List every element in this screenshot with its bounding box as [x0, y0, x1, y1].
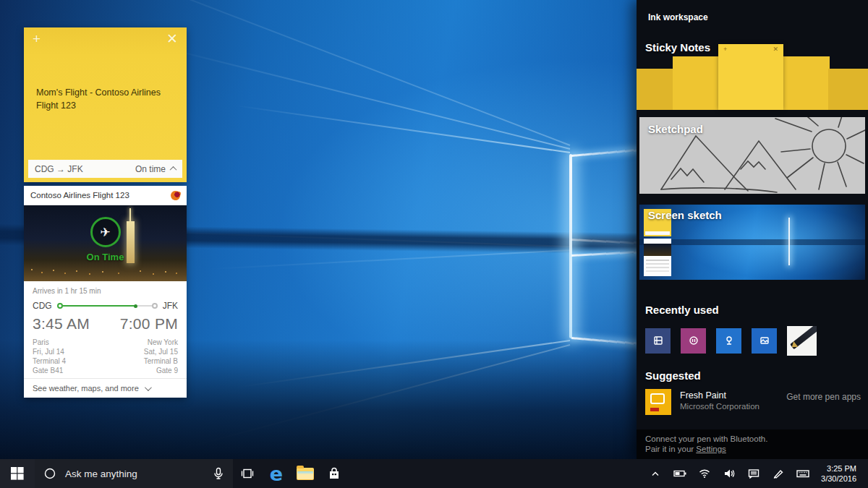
- file-explorer-button[interactable]: [291, 459, 320, 488]
- sticky-note-thumb: [673, 56, 720, 110]
- task-view-button[interactable]: [233, 459, 262, 488]
- clock-date: 3/30/2016: [821, 474, 856, 484]
- battery-icon[interactable]: [671, 459, 689, 488]
- paint-tag-icon: [650, 408, 659, 411]
- suggested-app-info[interactable]: Fresh Paint Microsoft Corporation: [680, 389, 760, 411]
- progress-complete: [63, 305, 135, 307]
- canvas-icon: [650, 393, 665, 404]
- flight-details: Arrives in 1 hr 15 min CDG JFK 3:45 AM 7…: [24, 281, 187, 375]
- origin-code: CDG: [33, 301, 52, 311]
- touch-keyboard-icon[interactable]: [793, 459, 812, 488]
- flight-times: 3:45 AM 7:00 PM: [33, 315, 178, 333]
- folder-icon: [297, 468, 314, 480]
- add-note-icon[interactable]: +: [33, 32, 41, 46]
- taskbar-clock[interactable]: 3:25 PM 3/30/2016: [818, 463, 862, 484]
- sticky-note-thumb: [828, 69, 868, 110]
- status-text: On time: [135, 164, 166, 174]
- arrival-countdown: Arrives in 1 hr 15 min: [33, 287, 178, 295]
- origin-terminal: Terminal 4: [33, 356, 66, 366]
- screen: + ✕ Mom's Flight - Contoso Airlines Flig…: [0, 0, 868, 488]
- store-button[interactable]: [320, 459, 349, 488]
- sticky-note-thumb: [637, 69, 674, 110]
- recently-used-tiles: [645, 325, 817, 356]
- plane-icon: ✈: [90, 217, 121, 247]
- flight-info-card[interactable]: Contoso Airlines Flight 123 ✈ On Time Ar…: [24, 186, 187, 398]
- recently-used-label: Recently used: [645, 304, 719, 316]
- pairing-prefix: Pair it in your: [645, 445, 696, 453]
- pairing-text-line2: Pair it in your Settings: [645, 444, 859, 454]
- sticky-note-flight-bar[interactable]: CDG → JFK On time: [28, 160, 182, 178]
- ink-workspace-panel: Ink workspace Sticky Notes + ✕: [637, 0, 868, 459]
- close-note-icon[interactable]: ✕: [166, 32, 178, 46]
- screen-sketch-section-label: Screen sketch: [648, 209, 722, 221]
- sticky-note-toolbar: + ✕: [24, 27, 187, 49]
- sticky-note-thumb-active: + ✕: [718, 44, 783, 110]
- fresh-paint-icon[interactable]: [645, 389, 671, 415]
- mini-close-icon: ✕: [773, 46, 778, 53]
- airport-info: Paris New York Fri, Jul 14 Sat, Jul 15 T…: [33, 338, 178, 375]
- sticky-note-window[interactable]: + ✕ Mom's Flight - Contoso Airlines Flig…: [24, 27, 187, 182]
- pen-pairing-footer: Connect your pen with Bluetooth. Pair it…: [637, 429, 868, 459]
- airline-logo-icon: [170, 189, 182, 201]
- city-lights: [31, 269, 33, 270]
- see-more-text: See weather, maps, and more: [33, 384, 139, 393]
- origin-gate: Gate B41: [33, 366, 63, 375]
- suggested-app-row: Fresh Paint Microsoft Corporation Get mo…: [645, 389, 861, 419]
- route-progress: CDG JFK: [33, 301, 178, 311]
- chevron-down-icon: [145, 384, 152, 391]
- flight-status-label[interactable]: On time: [135, 164, 176, 174]
- sticky-note-text[interactable]: Mom's Flight - Contoso Airlines Flight 1…: [36, 87, 176, 112]
- light-beam: [166, 249, 570, 272]
- app-tile-2[interactable]: [681, 328, 706, 354]
- origin-city: Paris: [33, 338, 49, 347]
- destination-date: Sat, Jul 15: [144, 347, 178, 356]
- sketchpad-section-label: Sketchpad: [648, 123, 703, 135]
- store-bag-icon: [327, 466, 341, 481]
- light-beam: [121, 36, 570, 150]
- app-tile-3[interactable]: [716, 328, 741, 354]
- system-tray: 3:25 PM 3/30/2016: [646, 459, 868, 488]
- departure-time: 3:45 AM: [33, 315, 90, 333]
- suggested-app-name: Fresh Paint: [680, 390, 760, 401]
- search-input[interactable]: Ask me anything: [35, 459, 233, 488]
- mini-windows-logo: [788, 218, 790, 265]
- edge-browser-button[interactable]: e: [262, 459, 291, 488]
- hidden-icons-chevron[interactable]: [646, 459, 665, 488]
- ontime-label: On Time: [87, 252, 124, 262]
- get-more-pen-apps-link[interactable]: Get more pen apps: [786, 389, 861, 402]
- edge-icon: e: [270, 464, 283, 484]
- arrival-time: 7:00 PM: [120, 315, 178, 333]
- volume-icon[interactable]: [720, 459, 739, 488]
- origin-date: Fri, Jul 14: [33, 347, 64, 356]
- app-tile-4[interactable]: [752, 328, 777, 354]
- light-beam: [197, 100, 570, 153]
- microphone-icon[interactable]: [213, 467, 224, 480]
- suggested-app-publisher: Microsoft Corporation: [680, 402, 760, 411]
- settings-link[interactable]: Settings: [696, 445, 726, 453]
- see-more-link[interactable]: See weather, maps, and more: [24, 378, 187, 398]
- flight-status-overlay: ✈ On Time: [24, 217, 187, 262]
- wifi-icon[interactable]: [695, 459, 714, 488]
- taskbar-apps: e: [233, 459, 349, 488]
- mini-add-note-icon: +: [723, 46, 727, 53]
- flight-route-label: CDG → JFK: [35, 164, 83, 174]
- destination-city: New York: [148, 338, 178, 347]
- taskbar: Ask me anything e: [0, 459, 868, 488]
- start-button[interactable]: [0, 459, 35, 488]
- destination-terminal: Terminal B: [144, 356, 178, 366]
- sticky-notes-preview[interactable]: + ✕: [637, 45, 868, 111]
- windows-logo-icon: [11, 467, 24, 480]
- progress-remaining: [137, 305, 152, 307]
- pen-app-tile[interactable]: [787, 326, 817, 356]
- destination-photo: ✈ On Time: [24, 205, 187, 281]
- mini-wallpaper-band: [639, 239, 865, 245]
- destination-gate: Gate 9: [156, 366, 178, 375]
- flight-card-header: Contoso Airlines Flight 123: [24, 186, 187, 205]
- pen-tray-icon[interactable]: [769, 459, 788, 488]
- action-center-icon[interactable]: [744, 459, 763, 488]
- windows-logo-glow: [569, 154, 572, 338]
- app-tile-1[interactable]: [645, 328, 671, 354]
- plane-glyph: ✈: [100, 225, 110, 240]
- destination-code: JFK: [163, 301, 178, 311]
- suggested-label: Suggested: [645, 369, 701, 382]
